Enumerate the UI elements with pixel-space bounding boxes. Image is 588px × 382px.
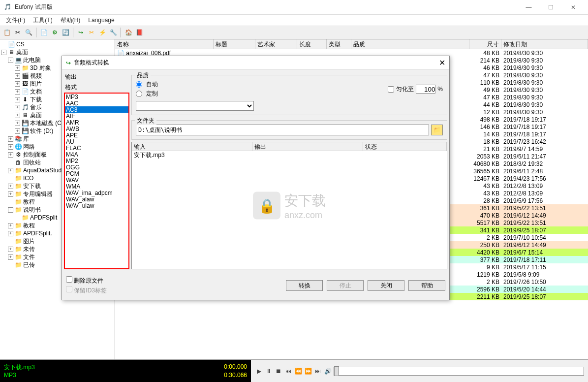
menu-help[interactable]: 帮助(H): [57, 15, 85, 26]
format-label: 格式: [64, 82, 129, 93]
stop-button[interactable]: 停止: [327, 280, 364, 291]
normalize-input[interactable]: [416, 85, 435, 94]
io-col-status: 状态: [363, 142, 447, 151]
toolbar-btn-home[interactable]: 🏠: [124, 28, 133, 37]
help-button[interactable]: 帮助: [408, 280, 445, 291]
col-quality[interactable]: 品质: [351, 39, 469, 49]
toolbar-btn-8[interactable]: ✂: [87, 28, 96, 37]
close-dialog-button[interactable]: 关闭: [368, 280, 404, 291]
format-option[interactable]: WMA: [65, 183, 128, 190]
forward-button[interactable]: ⏩: [304, 367, 312, 375]
io-col-output: 输出: [252, 142, 363, 151]
play-button[interactable]: ▶: [255, 367, 263, 375]
menubar: 文件(F) 工具(T) 帮助(H) Language: [0, 15, 588, 26]
maximize-button[interactable]: ☐: [540, 0, 562, 15]
toolbar-btn-5[interactable]: ⚙: [50, 28, 60, 37]
toolbar-btn-3[interactable]: 🔍: [24, 28, 33, 37]
dialog-close-button[interactable]: ✕: [439, 58, 445, 67]
col-date[interactable]: 修改日期: [501, 39, 588, 49]
bottom-bar: 安下载.mp30:00.000 MP30:30.066 ▶ ⏸ ⏹ ⏮ ⏪ ⏩ …: [0, 359, 588, 382]
toolbar-btn-book[interactable]: 📕: [134, 28, 144, 37]
rewind-button[interactable]: ⏪: [294, 367, 302, 375]
folder-group-label: 文件夹: [135, 117, 156, 125]
format-option[interactable]: WAV: [65, 177, 128, 183]
format-option[interactable]: APE: [65, 132, 128, 138]
volume-icon[interactable]: 🔊: [324, 367, 332, 375]
seek-slider[interactable]: [334, 367, 584, 376]
toolbar-btn-10[interactable]: 🔧: [108, 28, 118, 37]
format-option[interactable]: FLAC: [65, 145, 128, 151]
file-header: 名称 标题 艺术家 长度 类型 品质 尺寸 修改日期: [115, 39, 588, 49]
pause-button[interactable]: ⏸: [265, 367, 273, 375]
quality-group-label: 品质: [135, 71, 151, 80]
folder-path-input[interactable]: [136, 125, 429, 135]
arrow-icon: ↪: [66, 60, 71, 66]
toolbar-btn-2[interactable]: ✂: [13, 28, 23, 37]
convert-button[interactable]: 转换: [286, 280, 323, 291]
format-option[interactable]: AWB: [65, 126, 128, 132]
menu-file[interactable]: 文件(F): [2, 15, 29, 26]
format-option[interactable]: MP2: [65, 158, 128, 164]
titlebar: 🎵 Eufony 试用版 — ☐ ✕: [0, 0, 588, 15]
menu-tools[interactable]: 工具(T): [29, 15, 56, 26]
format-option[interactable]: M4A: [65, 151, 128, 158]
menu-language[interactable]: Language: [84, 16, 118, 25]
close-button[interactable]: ✕: [562, 0, 584, 15]
normalize-checkbox[interactable]: 匀化至 %: [388, 85, 443, 94]
col-size[interactable]: 尺寸: [469, 39, 501, 49]
convert-dialog: ↪ 音频格式转换 ✕ 输出 格式 MP3AACAC3AIFAMRAWBAPEAU…: [62, 56, 450, 300]
browse-folder-button[interactable]: 📁: [431, 125, 443, 135]
toolbar-btn-6[interactable]: 🔄: [61, 28, 70, 37]
tree-node[interactable]: -🖥桌面: [1, 48, 114, 56]
next-button[interactable]: ⏭: [314, 367, 322, 375]
io-col-input: 输入: [132, 142, 252, 151]
toolbar-btn-7[interactable]: ↪: [76, 28, 86, 37]
toolbar-btn-1[interactable]: 📋: [2, 28, 12, 37]
player-controls: ▶ ⏸ ⏹ ⏮ ⏪ ⏩ ⏭ 🔊: [251, 360, 588, 382]
toolbar-btn-4[interactable]: 📄: [39, 28, 49, 37]
format-option[interactable]: PCM: [65, 170, 128, 177]
format-option[interactable]: AIF: [65, 113, 128, 119]
tree-node[interactable]: 📄CS: [1, 40, 114, 48]
toolbar: 📋 ✂ 🔍 📄 ⚙ 🔄 ↪ ✂ ⚡ 🔧 🏠 📕: [0, 26, 588, 39]
output-label: 输出: [64, 72, 129, 82]
format-option[interactable]: AAC: [65, 100, 128, 106]
col-type[interactable]: 类型: [327, 39, 351, 49]
delete-original-checkbox[interactable]: 删除原文件: [66, 276, 286, 285]
col-title[interactable]: 标题: [214, 39, 255, 49]
dialog-title: 音频格式转换: [74, 59, 439, 67]
app-icon: 🎵: [4, 3, 12, 11]
status-panel: 安下载.mp30:00.000 MP30:30.066: [0, 360, 251, 382]
format-option[interactable]: WAV_alaw: [65, 196, 128, 202]
format-option[interactable]: OGG: [65, 164, 128, 170]
quality-combo[interactable]: [136, 101, 254, 111]
radio-custom[interactable]: 定制: [136, 90, 388, 98]
col-artist[interactable]: 艺术家: [255, 39, 297, 49]
col-length[interactable]: 长度: [297, 39, 327, 49]
minimize-button[interactable]: —: [518, 0, 540, 15]
prev-button[interactable]: ⏮: [284, 367, 292, 375]
format-option[interactable]: MP3: [65, 94, 128, 100]
format-option[interactable]: WAV_ulaw: [65, 202, 128, 209]
radio-auto[interactable]: 自动: [136, 80, 388, 89]
io-list-item[interactable]: 安下载.mp3: [132, 151, 447, 159]
format-option[interactable]: AC3: [65, 106, 128, 113]
col-name[interactable]: 名称: [115, 39, 214, 49]
format-option[interactable]: AU: [65, 138, 128, 145]
stop-button[interactable]: ⏹: [275, 367, 282, 375]
format-listbox[interactable]: MP3AACAC3AIFAMRAWBAPEAUFLACM4AMP2OGGPCMW…: [64, 93, 129, 269]
format-option[interactable]: AMR: [65, 119, 128, 126]
toolbar-btn-9[interactable]: ⚡: [97, 28, 107, 37]
window-title: Eufony 试用版: [15, 3, 518, 11]
keep-id3-checkbox[interactable]: 保留ID3标签: [66, 286, 286, 295]
format-option[interactable]: WAV_ima_adpcm: [65, 190, 128, 196]
